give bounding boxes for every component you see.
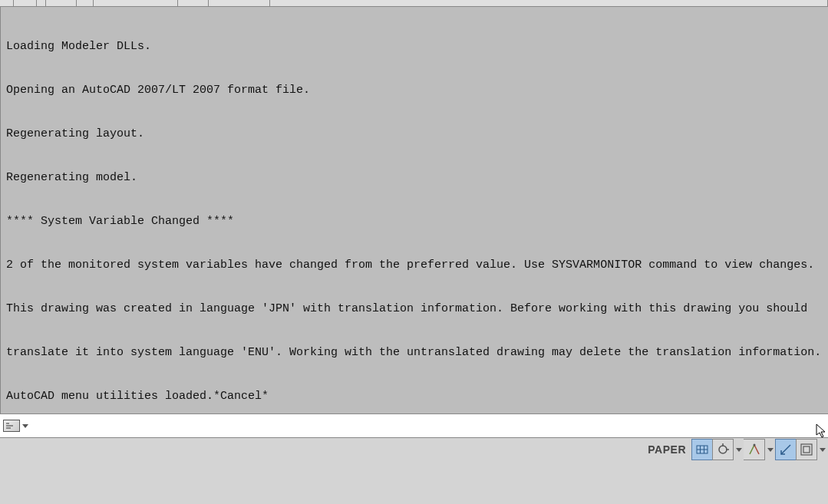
svg-rect-16 bbox=[803, 446, 810, 453]
log-line: 2 of the monitored system variables have… bbox=[6, 258, 823, 272]
log-line: **** System Variable Changed **** bbox=[6, 214, 823, 229]
model-paper-toggle[interactable]: PAPER bbox=[645, 443, 692, 456]
svg-line-12 bbox=[754, 445, 759, 454]
log-line: Regenerating layout. bbox=[6, 127, 823, 141]
recent-commands-icon[interactable] bbox=[3, 420, 20, 432]
grid-icon bbox=[695, 443, 709, 456]
command-history-window[interactable]: Loading Modeler DLLs. Opening an AutoCAD… bbox=[0, 7, 828, 413]
svg-rect-15 bbox=[801, 444, 812, 455]
log-line: translate it into system language 'ENU'.… bbox=[6, 345, 823, 360]
command-line-bar bbox=[0, 413, 828, 438]
tracking-icon bbox=[747, 443, 761, 456]
tracking-button[interactable] bbox=[744, 439, 765, 460]
svg-line-14 bbox=[781, 445, 790, 454]
status-bar-area: PAPER bbox=[0, 438, 828, 461]
svg-line-11 bbox=[750, 445, 754, 454]
svg-point-13 bbox=[753, 444, 755, 446]
bottom-empty-area bbox=[0, 461, 828, 504]
viewport-icon bbox=[800, 443, 813, 456]
log-line: Regenerating model. bbox=[6, 170, 823, 185]
annotation-scale-button[interactable] bbox=[775, 439, 797, 460]
osnap-button[interactable] bbox=[712, 439, 734, 460]
osnap-dropdown[interactable] bbox=[734, 439, 744, 460]
grid-display-button[interactable] bbox=[691, 439, 713, 460]
annotation-icon bbox=[779, 443, 793, 456]
log-line: AutoCAD menu utilities loaded.*Cancel* bbox=[6, 389, 823, 404]
top-ruler-strip bbox=[0, 0, 828, 7]
log-line: Opening an AutoCAD 2007/LT 2007 format f… bbox=[6, 83, 823, 97]
osnap-icon bbox=[716, 443, 730, 456]
svg-point-8 bbox=[719, 446, 727, 453]
viewport-scale-button[interactable] bbox=[796, 439, 817, 460]
log-line: This drawing was created in language 'JP… bbox=[6, 301, 823, 316]
tracking-dropdown[interactable] bbox=[765, 439, 776, 460]
log-line: Loading Modeler DLLs. bbox=[6, 39, 823, 54]
command-input[interactable] bbox=[34, 420, 825, 433]
viewport-dropdown[interactable] bbox=[817, 439, 828, 460]
